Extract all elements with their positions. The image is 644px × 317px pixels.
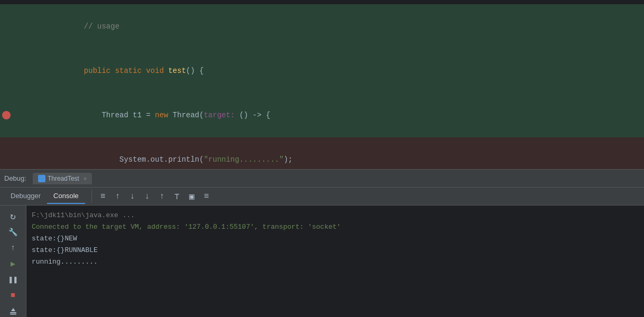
btn-play[interactable]: ▶: [6, 256, 21, 271]
breakpoint-icon: [2, 111, 11, 119]
console-line-3: state:{}NEW: [32, 233, 639, 245]
tab-debugger[interactable]: Debugger: [4, 189, 47, 204]
code-line: Thread t1 = new Thread(target: () -> {: [0, 93, 644, 137]
debug-tab-close[interactable]: ×: [83, 175, 87, 182]
console-line-2: Connected to the target VM, address: '12…: [32, 221, 639, 233]
console-line-5: running.........: [32, 256, 639, 268]
console-output: F:\jdk11\bin\java.exe ... Connected to t…: [26, 206, 644, 317]
btn-menu[interactable]: ≡: [96, 190, 110, 203]
btn-filter[interactable]: ⊤: [170, 190, 184, 203]
console-line-4: state:{}RUNNABLE: [32, 245, 639, 256]
btn-lines[interactable]: ≡: [200, 190, 213, 203]
code-block: // usage public static void test() { Thr…: [0, 0, 644, 169]
svg-rect-0: [10, 312, 16, 313]
btn-scroll-up[interactable]: ↑: [6, 240, 21, 255]
svg-marker-2: [11, 308, 15, 311]
debug-label: Debug:: [4, 174, 26, 182]
console-line-1: F:\jdk11\bin\java.exe ...: [32, 210, 639, 221]
btn-up-outline[interactable]: ↑: [111, 190, 125, 203]
code-line: public static void test() {: [0, 49, 644, 93]
svg-rect-1: [10, 314, 16, 315]
debug-tab[interactable]: ThreadTest ×: [33, 173, 92, 184]
btn-stop[interactable]: ■: [6, 288, 21, 303]
btn-grid[interactable]: ▣: [185, 190, 199, 203]
line-content: Thread t1 = new Thread(target: () -> {: [26, 93, 644, 137]
debug-panel: Debug: ThreadTest × Debugger Console ≡ ↑…: [0, 169, 644, 317]
debug-header: Debug: ThreadTest ×: [0, 170, 644, 188]
btn-down-solid[interactable]: ↓: [141, 190, 154, 203]
line-content: System.out.println("running.........");: [26, 137, 644, 169]
debug-tab-name: ThreadTest: [48, 175, 79, 182]
btn-pause[interactable]: ❚❚: [6, 272, 21, 287]
btn-restart[interactable]: ↻: [6, 209, 21, 223]
code-line: System.out.println("running.........");: [0, 137, 644, 169]
btn-down-outline[interactable]: ↓: [126, 190, 139, 203]
tab-console[interactable]: Console: [47, 189, 85, 204]
sidebar-buttons: ↻ 🔧 ↑ ▶ ❚❚ ■ 🖨: [0, 206, 26, 317]
debug-body: ↻ 🔧 ↑ ▶ ❚❚ ■ 🖨 F:\jdk11\bin\java.exe ...…: [0, 206, 644, 317]
toolbar-separator: [91, 190, 92, 203]
toolbar-tabs: Debugger Console: [0, 188, 89, 205]
btn-wrench[interactable]: 🔧: [6, 225, 21, 239]
line-content: // usage: [26, 4, 644, 49]
btn-export[interactable]: [6, 304, 21, 317]
debug-toolbar: Debugger Console ≡ ↑ ↓ ↓ ↑ ⊤ ▣ ≡: [0, 188, 644, 206]
debug-tab-icon: [38, 175, 45, 182]
btn-up-solid[interactable]: ↑: [155, 190, 169, 203]
editor-area: // usage public static void test() { Thr…: [0, 0, 644, 169]
code-line: // usage: [0, 4, 644, 49]
toolbar-buttons: ≡ ↑ ↓ ↓ ↑ ⊤ ▣ ≡: [94, 188, 216, 205]
line-content: public static void test() {: [26, 49, 644, 93]
